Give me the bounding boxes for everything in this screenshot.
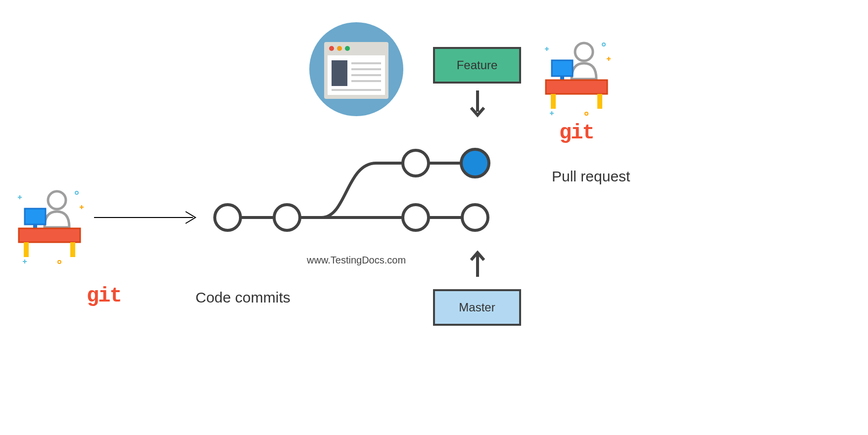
svg-rect-13 (70, 242, 75, 257)
developer-desk-right-icon (534, 35, 619, 119)
svg-point-8 (48, 191, 66, 209)
svg-rect-11 (19, 228, 80, 242)
svg-point-25 (337, 46, 342, 51)
master-branch-box: Master (433, 289, 521, 326)
code-commits-label: Code commits (195, 289, 290, 306)
svg-point-18 (403, 205, 429, 230)
svg-rect-28 (332, 60, 347, 86)
svg-rect-9 (25, 209, 46, 224)
developer-desk-left-icon (10, 183, 89, 267)
svg-point-26 (345, 46, 350, 51)
svg-rect-12 (24, 242, 29, 257)
svg-point-7 (75, 191, 78, 194)
feature-branch-box: Feature (433, 47, 521, 84)
git-branch-graph (208, 138, 505, 247)
svg-rect-45 (552, 60, 573, 76)
arrow-developer-to-graph (94, 208, 203, 227)
svg-point-44 (575, 43, 593, 61)
webpage-circle-icon (307, 20, 406, 119)
svg-rect-48 (551, 94, 556, 109)
svg-rect-47 (546, 80, 607, 94)
svg-point-17 (274, 205, 300, 230)
svg-point-24 (329, 46, 334, 51)
git-logo-left: git (87, 284, 121, 308)
svg-point-16 (215, 205, 241, 230)
svg-point-6 (58, 261, 61, 263)
svg-point-21 (461, 149, 489, 177)
svg-point-19 (462, 205, 488, 230)
svg-point-43 (602, 43, 605, 46)
arrow-master-up (465, 246, 490, 281)
svg-point-42 (585, 112, 588, 115)
arrow-feature-down (465, 88, 490, 123)
master-box-label: Master (459, 301, 495, 314)
svg-point-20 (403, 150, 429, 176)
feature-box-label: Feature (457, 58, 498, 72)
svg-rect-49 (597, 94, 602, 109)
git-logo-right: git (559, 121, 594, 145)
pull-request-label: Pull request (552, 168, 630, 185)
watermark-label: www.TestingDocs.com (307, 255, 406, 266)
